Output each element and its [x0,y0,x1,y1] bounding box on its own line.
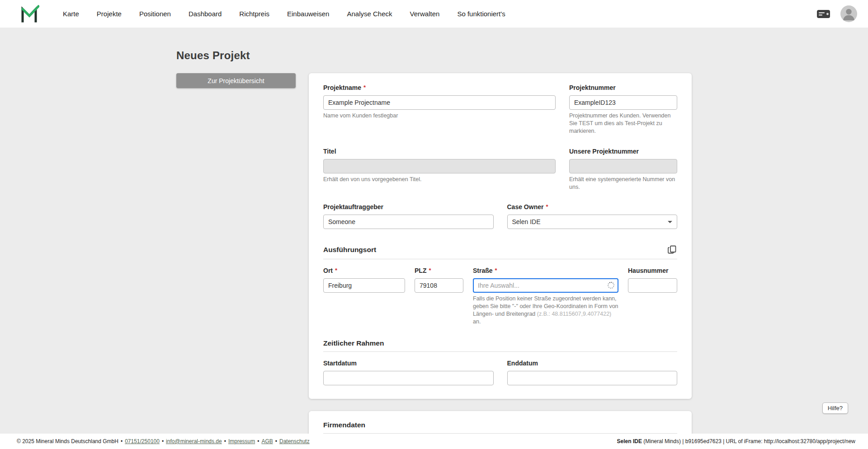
required-mark: * [495,267,497,273]
nav-item-positionen[interactable]: Positionen [139,10,171,18]
section-zeitlicher-rahmen: Zeitlicher Rahmen [323,339,677,352]
top-nav: Karte Projekte Positionen Dashboard Rich… [0,0,868,28]
footer-link-email[interactable]: info@mineral-minds.de [166,438,222,444]
titel-label: Titel [323,148,336,155]
user-avatar[interactable] [840,5,857,22]
enddatum-label: Enddatum [507,360,538,367]
field-unsere-projektnummer: Unsere Projektnummer Erhält eine systemg… [569,148,677,191]
projektname-input[interactable] [323,95,556,110]
nav-item-karte[interactable]: Karte [63,10,79,18]
startdatum-input[interactable] [323,371,494,385]
server-icon[interactable] [816,9,830,19]
ort-label: Ort [323,267,333,274]
titel-input [323,159,556,173]
copy-icon [668,245,676,254]
case-owner-label: Case Owner [507,203,544,210]
projektnummer-input[interactable] [569,95,677,110]
section-ausfuehrungsort: Ausführungsort [323,244,677,259]
firmendaten-card: Firmendaten [309,411,692,434]
footer-link-impressum[interactable]: Impressum [228,438,255,444]
footer: © 2025 Mineral Minds Deutschland GmbH • … [0,434,868,449]
case-owner-value: Selen IDE [512,218,541,225]
session-user: Selen IDE [617,438,642,444]
projektnummer-helper: Projektnummer des Kunden. Verwenden Sie … [569,112,677,135]
field-plz: PLZ * [415,267,463,326]
copy-address-button[interactable] [667,244,677,255]
strasse-label: Straße [473,267,493,274]
case-owner-select[interactable]: Selen IDE [507,215,678,229]
footer-left: © 2025 Mineral Minds Deutschland GmbH • … [17,438,310,444]
field-enddatum: Enddatum [507,360,678,385]
strasse-input[interactable] [473,278,618,293]
unsere-projektnummer-helper: Erhält eine systemgenerierte Nummer von … [569,176,677,191]
footer-link-datenschutz[interactable]: Datenschutz [279,438,310,444]
nav-item-richtpreis[interactable]: Richtpreis [239,10,269,18]
nav-item-dashboard[interactable]: Dashboard [189,10,222,18]
field-case-owner: Case Owner * Selen IDE [507,203,678,229]
help-button[interactable]: Hilfe? [822,402,848,414]
main-content: Neues Projekt Zur Projektübersicht Proje… [0,28,868,434]
field-projektname: Projektname * Name vom Kunden festlegbar [323,84,556,135]
nav-menu: Karte Projekte Positionen Dashboard Rich… [63,10,505,18]
zeitlicher-rahmen-title: Zeitlicher Rahmen [323,339,384,347]
required-mark: * [335,267,337,273]
field-strasse: Straße * Falls die Position keiner Straß… [473,267,618,326]
plz-label: PLZ [415,267,426,274]
nav-item-analyse-check[interactable]: Analyse Check [347,10,392,18]
firmendaten-title: Firmendaten [323,421,365,429]
startdatum-label: Startdatum [323,360,357,367]
enddatum-input[interactable] [507,371,678,385]
hausnummer-label: Hausnummer [628,267,668,274]
session-info: Selen IDE (Mineral Minds) | b91695ed7623… [617,438,855,444]
ort-input[interactable] [323,278,405,293]
titel-helper: Erhält den von uns vorgegebenen Titel. [323,176,556,183]
footer-link-phone[interactable]: 07151/250100 [125,438,160,444]
hausnummer-input[interactable] [628,278,677,293]
unsere-projektnummer-label: Unsere Projektnummer [569,148,639,155]
required-mark: * [429,267,431,273]
field-titel: Titel Erhält den von uns vorgegebenen Ti… [323,148,556,191]
nav-item-so-funktionierts[interactable]: So funktioniert's [457,10,505,18]
footer-link-agb[interactable]: AGB [261,438,273,444]
projektauftraggeber-label: Projektauftraggeber [323,203,383,210]
session-details: (Mineral Minds) | b91695ed7623 | URL of … [642,438,855,444]
nav-item-verwalten[interactable]: Verwalten [410,10,440,18]
page-title: Neues Projekt [176,49,692,62]
chevron-down-icon [668,221,672,223]
required-mark: * [363,84,366,90]
nav-right-actions [816,5,857,22]
section-firmendaten: Firmendaten [323,421,677,434]
company-logo[interactable] [20,5,39,23]
projektauftraggeber-input[interactable] [323,215,494,229]
field-projektauftraggeber: Projektauftraggeber [323,203,494,229]
projektname-label: Projektname [323,84,361,91]
field-startdatum: Startdatum [323,360,494,385]
copyright-text: © 2025 Mineral Minds Deutschland GmbH [17,438,118,444]
person-icon [840,5,857,22]
projektname-helper: Name vom Kunden festlegbar [323,112,556,120]
project-form-card: Projektname * Name vom Kunden festlegbar… [309,73,692,399]
unsere-projektnummer-input [569,159,677,173]
nav-item-projekte[interactable]: Projekte [97,10,122,18]
strasse-helper: Falls die Position keiner Straße zugeord… [473,295,618,326]
required-mark: * [546,204,548,210]
projektnummer-label: Projektnummer [569,84,616,91]
nav-item-einbauweisen[interactable]: Einbauweisen [287,10,329,18]
field-hausnummer: Hausnummer [628,267,677,326]
plz-input[interactable] [415,278,463,293]
field-ort: Ort * [323,267,405,326]
project-overview-button[interactable]: Zur Projektübersicht [176,73,296,88]
field-projektnummer: Projektnummer Projektnummer des Kunden. … [569,84,677,135]
ausfuehrungsort-title: Ausführungsort [323,246,376,254]
